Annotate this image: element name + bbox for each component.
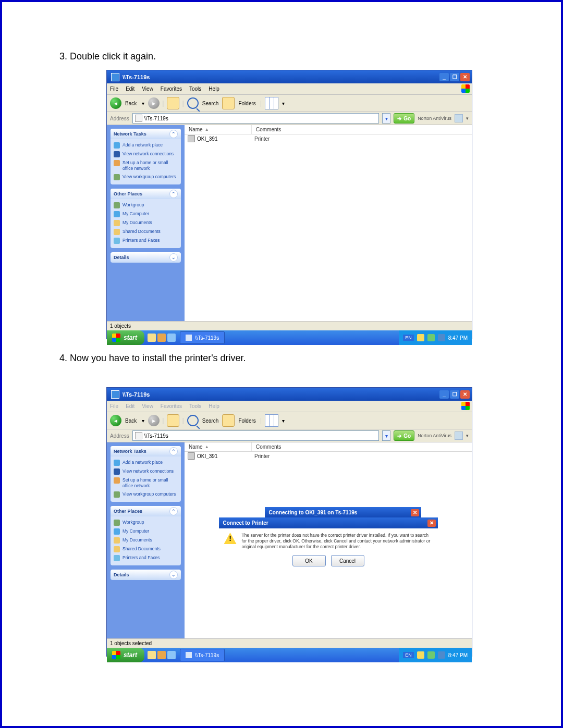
close-button[interactable]: ✕ <box>460 73 470 81</box>
ok-button[interactable]: OK <box>292 555 326 566</box>
ql-icon[interactable] <box>157 334 166 342</box>
ql-icon[interactable] <box>157 651 166 659</box>
menu-favorites[interactable]: Favorites <box>161 403 182 409</box>
menu-file[interactable]: File <box>110 86 118 92</box>
views-dropdown[interactable]: ▾ <box>280 418 286 424</box>
back-dropdown[interactable]: ▾ <box>140 101 146 106</box>
place-my-documents[interactable]: My Documents <box>114 220 178 226</box>
collapse-icon[interactable]: ⌃ <box>169 190 178 198</box>
menu-edit[interactable]: Edit <box>126 86 134 92</box>
search-icon[interactable] <box>187 415 199 426</box>
task-view-workgroup[interactable]: View workgroup computers <box>114 491 178 498</box>
maximize-button[interactable]: ❐ <box>450 73 459 81</box>
column-comments[interactable]: Comments <box>252 442 472 451</box>
close-icon[interactable]: ✕ <box>411 509 419 516</box>
place-workgroup[interactable]: Workgroup <box>114 520 178 526</box>
close-icon[interactable]: ✕ <box>427 520 436 527</box>
up-button[interactable] <box>167 97 179 109</box>
back-button[interactable]: ◄ <box>110 97 121 109</box>
search-icon[interactable] <box>187 97 199 109</box>
folders-label[interactable]: Folders <box>237 418 257 424</box>
place-printers[interactable]: Printers and Faxes <box>114 238 178 244</box>
address-dropdown[interactable]: ▾ <box>382 430 390 441</box>
menu-help[interactable]: Help <box>209 403 219 409</box>
start-button[interactable]: start <box>107 330 144 345</box>
place-my-documents[interactable]: My Documents <box>114 537 178 544</box>
list-item-printer[interactable]: OKI_391 Printer <box>185 452 472 460</box>
ql-icon[interactable] <box>148 651 156 659</box>
task-setup-network[interactable]: Set up a home or small office network <box>114 160 178 171</box>
collapse-icon[interactable]: ⌃ <box>169 130 178 138</box>
folders-icon[interactable] <box>222 414 235 427</box>
language-indicator[interactable]: EN <box>403 335 414 341</box>
go-button[interactable]: ➔ Go <box>394 430 414 441</box>
views-button[interactable] <box>265 414 278 427</box>
column-name[interactable]: Name▲ <box>185 442 252 451</box>
task-view-connections[interactable]: View network connections <box>114 468 178 475</box>
place-workgroup[interactable]: Workgroup <box>114 202 178 208</box>
norton-dropdown[interactable]: ▾ <box>466 116 469 121</box>
ql-icon[interactable] <box>167 334 176 342</box>
search-label[interactable]: Search <box>201 418 221 424</box>
place-shared-documents[interactable]: Shared Documents <box>114 229 178 235</box>
forward-button[interactable]: ► <box>148 97 160 109</box>
task-view-connections[interactable]: View network connections <box>114 151 178 157</box>
back-dropdown[interactable]: ▾ <box>140 418 146 424</box>
forward-button[interactable]: ► <box>148 415 160 426</box>
language-indicator[interactable]: EN <box>403 652 414 658</box>
views-button[interactable] <box>265 97 278 109</box>
place-my-computer[interactable]: My Computer <box>114 211 178 217</box>
search-label[interactable]: Search <box>201 101 221 106</box>
tray-icon[interactable] <box>427 334 435 341</box>
ql-icon[interactable] <box>167 651 176 659</box>
expand-icon[interactable]: ⌄ <box>169 571 178 579</box>
task-setup-network[interactable]: Set up a home or small office network <box>114 477 178 489</box>
column-name[interactable]: Name▲ <box>185 125 252 134</box>
menu-edit[interactable]: Edit <box>126 403 134 409</box>
place-printers[interactable]: Printers and Faxes <box>114 555 178 561</box>
maximize-button[interactable]: ❐ <box>450 390 459 399</box>
back-button[interactable]: ◄ <box>110 415 121 426</box>
folders-icon[interactable] <box>222 97 235 109</box>
list-item-printer[interactable]: OKI_391 Printer <box>185 134 472 143</box>
tray-icon[interactable] <box>427 651 435 659</box>
task-view-workgroup[interactable]: View workgroup computers <box>114 174 178 180</box>
minimize-button[interactable]: _ <box>439 73 449 81</box>
menu-view[interactable]: View <box>142 86 153 92</box>
address-dropdown[interactable]: ▾ <box>382 113 390 124</box>
expand-icon[interactable]: ⌄ <box>169 253 178 262</box>
menu-tools[interactable]: Tools <box>189 403 201 409</box>
tray-icon[interactable] <box>417 651 424 659</box>
column-comments[interactable]: Comments <box>252 125 472 134</box>
menu-tools[interactable]: Tools <box>189 86 201 92</box>
menu-favorites[interactable]: Favorites <box>161 86 182 92</box>
menu-file[interactable]: File <box>110 403 118 409</box>
up-button[interactable] <box>167 414 179 427</box>
tray-icon[interactable] <box>438 651 445 659</box>
views-dropdown[interactable]: ▾ <box>280 101 286 106</box>
go-button[interactable]: ➔ Go <box>394 113 414 124</box>
cancel-button[interactable]: Cancel <box>331 555 364 566</box>
address-field[interactable]: \\Ts-7119s <box>132 430 380 441</box>
menu-help[interactable]: Help <box>209 86 219 92</box>
menu-view[interactable]: View <box>142 403 153 409</box>
taskbar-task[interactable]: \\Ts-7119s <box>180 649 225 661</box>
minimize-button[interactable]: _ <box>439 390 449 399</box>
collapse-icon[interactable]: ⌃ <box>169 447 178 455</box>
address-field[interactable]: \\Ts-7119s <box>132 113 380 124</box>
tray-icon[interactable] <box>417 334 424 341</box>
folders-label[interactable]: Folders <box>237 101 257 106</box>
place-shared-documents[interactable]: Shared Documents <box>114 546 178 552</box>
norton-dropdown[interactable]: ▾ <box>466 433 469 438</box>
task-add-network-place[interactable]: Add a network place <box>114 142 178 149</box>
task-add-network-place[interactable]: Add a network place <box>114 460 178 466</box>
norton-icon[interactable] <box>455 431 463 440</box>
taskbar-task[interactable]: \\Ts-7119s <box>180 331 225 344</box>
collapse-icon[interactable]: ⌃ <box>169 507 178 515</box>
start-button[interactable]: start <box>107 648 144 662</box>
close-button[interactable]: ✕ <box>460 390 470 399</box>
tray-icon[interactable] <box>438 334 445 341</box>
place-my-computer[interactable]: My Computer <box>114 528 178 535</box>
norton-icon[interactable] <box>455 114 463 122</box>
ql-icon[interactable] <box>148 334 156 342</box>
